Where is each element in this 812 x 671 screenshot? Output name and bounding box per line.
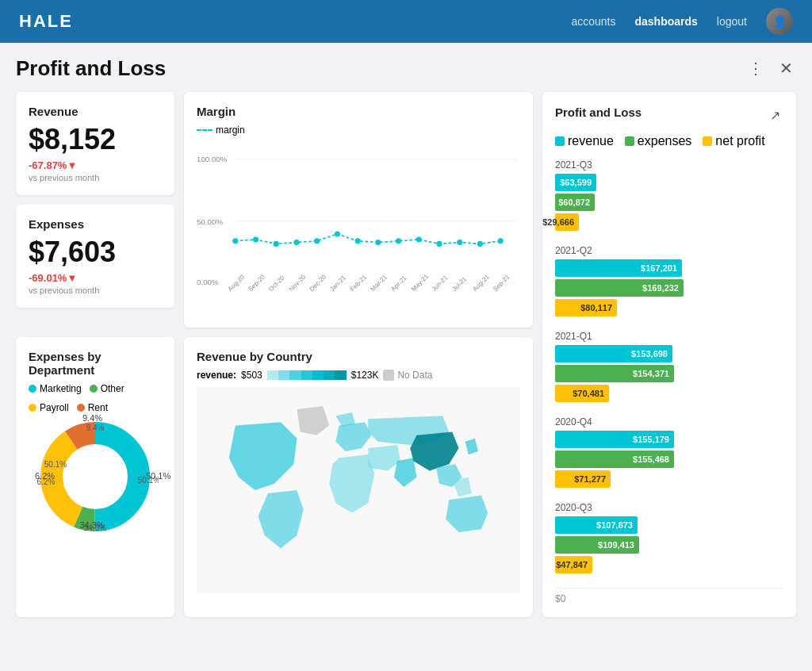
svg-point-7 [253, 237, 259, 243]
pl-panel-header: Profit and Loss ↗ [555, 105, 783, 126]
svg-point-11 [335, 231, 340, 236]
revenue-value: $8,152 [29, 123, 162, 156]
close-button[interactable]: ✕ [776, 56, 796, 81]
bar-expenses: $60,872 [555, 194, 595, 211]
svg-text:50.00%: 50.00% [197, 217, 223, 226]
bar-group-2021q3: 2021-Q3 $63,599 $60,872 $29,666 [555, 159, 783, 231]
pl-expand-button[interactable]: ↗ [767, 105, 783, 126]
expenses-subtitle: vs previous month [29, 286, 162, 295]
svg-point-17 [457, 240, 462, 245]
period-label: 2020-Q4 [555, 416, 783, 428]
nav-dashboards[interactable]: dashboards [634, 15, 697, 28]
svg-point-14 [396, 238, 401, 243]
revenue-kpi-card: Revenue $8,152 -67.87%▼ vs previous mont… [16, 92, 174, 195]
svg-text:0.00%: 0.00% [197, 278, 219, 286]
logo: HALE [19, 11, 73, 32]
expenses-value: $7,603 [29, 236, 162, 269]
revenue-change: -67.87%▼ [29, 159, 162, 171]
pl-legend: revenue expenses net profit [555, 134, 783, 148]
svg-text:May-21: May-21 [410, 273, 431, 293]
svg-point-8 [274, 241, 279, 247]
bar-group-2020q3: 2020-Q3 $107,873 $109,413 $47,847 [555, 502, 783, 573]
bar-netprofit: $47,847 [555, 556, 592, 573]
bar-expenses: $155,468 [555, 451, 674, 468]
pl-chart-title: Profit and Loss [555, 105, 642, 119]
nav: accounts dashboards logout 👤 [571, 8, 793, 35]
bar-expenses: $169,232 [555, 279, 684, 297]
svg-point-12 [355, 238, 361, 243]
bar-revenue: $153,698 [555, 345, 672, 362]
kpi-column: Revenue $8,152 -67.87%▼ vs previous mont… [16, 92, 174, 328]
expenses-kpi-card: Expenses $7,603 -69.01%▼ vs previous mon… [16, 205, 174, 308]
bar-group-2020q4: 2020-Q4 $155,179 $155,468 $71,277 [555, 416, 783, 488]
period-label: 2021-Q1 [555, 331, 783, 342]
margin-title: Margin [197, 105, 520, 118]
page-header: Profit and Loss ⋮ ✕ [16, 56, 796, 81]
svg-point-16 [436, 241, 442, 247]
expenses-label: Expenses [29, 217, 162, 231]
svg-point-6 [232, 238, 238, 243]
bar-expenses: $109,413 [555, 536, 639, 554]
world-map [197, 387, 520, 593]
revenue-range: revenue: $503 $123K No Data [197, 370, 520, 381]
pl-bar-groups: 2021-Q3 $63,599 $60,872 $29,666 2021-Q2 [555, 159, 783, 573]
margin-chart-card: Margin margin 100.00% 50.00% 0.00% [184, 92, 533, 328]
pl-legend-expenses: expenses [625, 134, 692, 148]
svg-point-15 [416, 237, 422, 243]
more-options-button[interactable]: ⋮ [745, 56, 767, 81]
expenses-dept-card: Expenses by Department Marketing Other P… [16, 337, 174, 617]
margin-legend: margin [197, 125, 520, 136]
no-data-legend: No Data [383, 370, 432, 381]
pl-legend-netprofit: net profit [703, 134, 764, 148]
header: HALE accounts dashboards logout 👤 [0, 0, 812, 43]
bar-revenue: $155,179 [555, 431, 674, 448]
period-label: 2021-Q2 [555, 245, 783, 256]
period-label: 2021-Q3 [555, 159, 783, 171]
pl-legend-revenue: revenue [555, 134, 614, 148]
nav-accounts[interactable]: accounts [571, 15, 615, 28]
expenses-dept-title: Expenses by Department [29, 350, 162, 377]
svg-point-9 [293, 240, 299, 245]
bar-revenue: $63,599 [555, 174, 596, 191]
period-label: 2020-Q3 [555, 502, 783, 513]
svg-text:100.00%: 100.00% [197, 155, 228, 163]
svg-point-19 [498, 238, 504, 243]
pl-axis-label: $0 [555, 588, 783, 604]
nav-logout[interactable]: logout [717, 15, 747, 28]
bottom-row: Expenses by Department Marketing Other P… [16, 337, 533, 617]
svg-text:Jul-21: Jul-21 [451, 275, 469, 293]
revenue-label: Revenue [29, 105, 162, 118]
pl-panel: Profit and Loss ↗ revenue expenses net p… [542, 92, 796, 617]
avatar[interactable]: 👤 [766, 8, 793, 35]
page-title: Profit and Loss [16, 56, 166, 81]
revenue-country-title: Revenue by Country [197, 350, 520, 363]
svg-point-10 [314, 238, 320, 243]
bar-group-2021q2: 2021-Q2 $167,201 $169,232 $80,117 [555, 245, 783, 316]
margin-legend-item: margin [197, 125, 245, 136]
bar-revenue: $167,201 [555, 259, 682, 277]
revenue-subtitle: vs previous month [29, 173, 162, 182]
bar-netprofit: $70,481 [555, 385, 609, 402]
bar-netprofit: $80,117 [555, 299, 617, 316]
bar-netprofit: $71,277 [555, 470, 611, 488]
main-content: Profit and Loss ⋮ ✕ Revenue $8,152 -67.8… [0, 43, 812, 630]
margin-svg: 100.00% 50.00% 0.00% [197, 142, 520, 301]
revenue-country-card: Revenue by Country revenue: $503 $123K [184, 337, 533, 617]
map-svg [197, 387, 520, 593]
svg-point-18 [477, 241, 483, 247]
bar-netprofit: $29,666 [555, 213, 579, 231]
page-actions: ⋮ ✕ [745, 56, 796, 81]
bar-expenses: $154,371 [555, 365, 674, 382]
margin-legend-label: margin [216, 125, 245, 136]
donut-labels: 50.1% 34.3% 6.2% 9.4% [29, 409, 162, 540]
bar-group-2021q1: 2021-Q1 $153,698 $154,371 $70,481 [555, 331, 783, 402]
svg-point-13 [375, 240, 381, 245]
bar-revenue: $107,873 [555, 516, 638, 534]
expenses-change: -69.01%▼ [29, 272, 162, 284]
